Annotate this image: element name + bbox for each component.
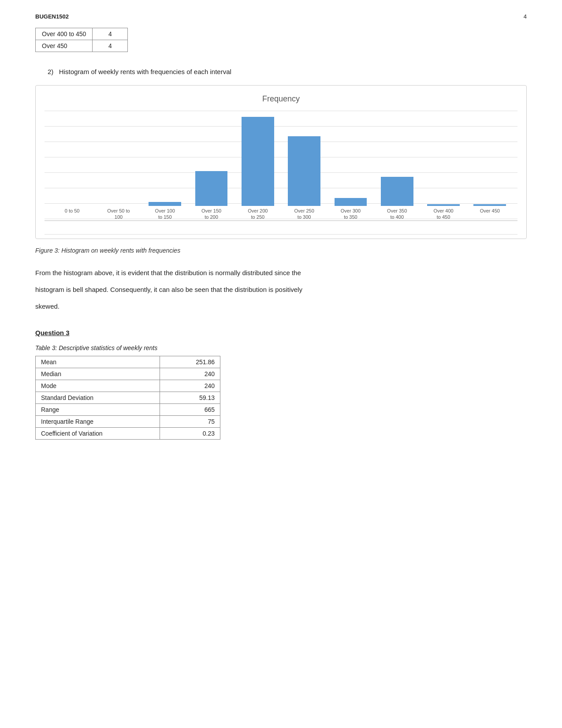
- bar: [335, 198, 367, 206]
- bar-group: Over 250to 300: [281, 111, 327, 221]
- stats-value: 0.23: [160, 428, 220, 440]
- question3-heading: Question 3: [35, 329, 527, 336]
- body-text-paragraph: From the histogram above, it is evident …: [35, 266, 527, 280]
- body-text-paragraph: histogram is bell shaped. Consequently, …: [35, 283, 527, 296]
- chart-title: Frequency: [45, 94, 517, 104]
- section2-text: Histogram of weekly rents with frequenci…: [59, 68, 231, 75]
- bar-group: Over 200to 250: [234, 111, 281, 221]
- bar-label: Over 450: [480, 208, 500, 221]
- bar-label: Over 300to 350: [341, 208, 361, 221]
- bar: [381, 177, 413, 206]
- header: BUGEN1502 4: [35, 13, 527, 20]
- stats-label: Coefficient of Variation: [36, 428, 160, 440]
- figure-caption: Figure 3: Histogram on weekly rents with…: [35, 247, 527, 254]
- bar: [195, 171, 228, 206]
- stats-label: Interquartile Range: [36, 416, 160, 428]
- stats-label: Median: [36, 368, 160, 380]
- course-label: BUGEN1502: [35, 13, 69, 20]
- stats-table: Mean251.86Median240Mode240Standard Devia…: [35, 356, 220, 440]
- bar-group: 0 to 50: [49, 111, 95, 221]
- bar-label: Over 250to 300: [294, 208, 314, 221]
- stats-value: 75: [160, 416, 220, 428]
- body-text-paragraph: skewed.: [35, 300, 527, 313]
- stats-value: 240: [160, 368, 220, 380]
- bar: [473, 204, 506, 206]
- body-text-block: From the histogram above, it is evident …: [35, 266, 527, 313]
- bar-group: Over 400to 450: [420, 111, 466, 221]
- top-table-value: 4: [93, 28, 128, 40]
- bar-group: Over 450: [467, 111, 513, 221]
- stats-value: 240: [160, 380, 220, 392]
- stats-label: Standard Deviation: [36, 392, 160, 404]
- bar-group: Over 150to 200: [188, 111, 234, 221]
- stats-value: 251.86: [160, 356, 220, 368]
- top-table-label: Over 400 to 450: [36, 28, 93, 40]
- table3-caption: Table 3: Descriptive statistics of weekl…: [35, 344, 527, 351]
- top-table-value: 4: [93, 40, 128, 52]
- section2-number: 2): [48, 68, 53, 75]
- bar-label: 0 to 50: [65, 208, 80, 221]
- bar-group: Over 100to 150: [142, 111, 188, 221]
- stats-value: 59.13: [160, 392, 220, 404]
- page-number: 4: [524, 13, 527, 20]
- bar-label: Over 350to 400: [387, 208, 407, 221]
- bar: [427, 204, 460, 206]
- bar-label: Over 150to 200: [201, 208, 221, 221]
- bar-group: Over 300to 350: [328, 111, 374, 221]
- chart-area: 0 to 50Over 50 to100Over 100to 150Over 1…: [45, 111, 517, 234]
- stats-value: 665: [160, 404, 220, 416]
- stats-label: Mode: [36, 380, 160, 392]
- stats-label: Range: [36, 404, 160, 416]
- bar-label: Over 100to 150: [155, 208, 175, 221]
- bar: [288, 136, 320, 206]
- bar-label: Over 50 to100: [107, 208, 130, 221]
- bar-label: Over 200to 250: [248, 208, 268, 221]
- stats-label: Mean: [36, 356, 160, 368]
- bar: [242, 117, 274, 206]
- top-table-label: Over 450: [36, 40, 93, 52]
- bar: [149, 202, 181, 206]
- bars-wrapper: 0 to 50Over 50 to100Over 100to 150Over 1…: [45, 111, 517, 221]
- bar-group: Over 50 to100: [95, 111, 141, 221]
- bar-group: Over 350to 400: [374, 111, 420, 221]
- top-table: Over 400 to 4504Over 4504: [35, 28, 128, 52]
- bar-label: Over 400to 450: [433, 208, 453, 221]
- histogram-chart: Frequency 0 to 50Over 50 to100Over 100to…: [35, 85, 527, 239]
- section2-heading: 2) Histogram of weekly rents with freque…: [48, 68, 527, 75]
- grid-line: [45, 234, 517, 235]
